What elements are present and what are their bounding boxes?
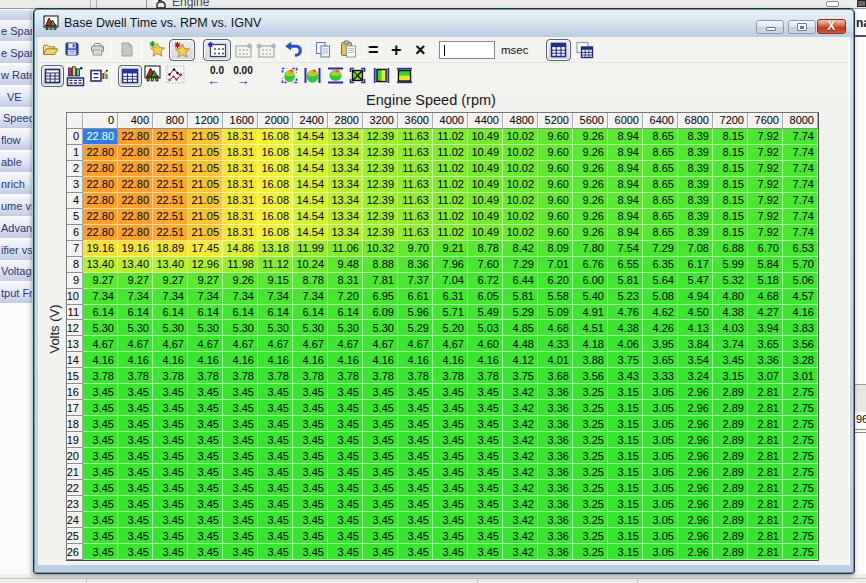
table-cell[interactable]: 7.37 (398, 273, 433, 289)
table-cell[interactable]: 10.02 (503, 209, 538, 225)
table-cell[interactable]: 9.27 (153, 273, 188, 289)
table-cell[interactable]: 3.45 (433, 496, 468, 512)
table-cell[interactable]: 2.81 (748, 448, 783, 464)
table-cell[interactable]: 3.45 (398, 528, 433, 544)
table-cell[interactable]: 8.15 (713, 209, 748, 225)
table-cell[interactable]: 19.16 (118, 241, 153, 257)
table-cell[interactable]: 6.14 (83, 305, 118, 321)
table-cell[interactable]: 3.45 (433, 448, 468, 464)
table-cell[interactable]: 3.78 (258, 368, 293, 384)
table-cell[interactable]: 2.96 (678, 512, 713, 528)
table-cell[interactable]: 3.45 (328, 400, 363, 416)
new-table-curve-button-active[interactable] (169, 39, 195, 61)
table-cell[interactable]: 3.45 (83, 400, 118, 416)
table-cell[interactable]: 9.60 (538, 193, 573, 209)
table-cell[interactable]: 7.29 (503, 257, 538, 273)
horizontal-split-icon[interactable] (396, 67, 413, 84)
table-cell[interactable]: 3.45 (293, 464, 328, 480)
table-cell[interactable]: 3.36 (538, 400, 573, 416)
table-cell[interactable]: 3.45 (293, 400, 328, 416)
table-cell[interactable]: 3.45 (83, 528, 118, 544)
table-cell[interactable]: 3.15 (608, 480, 643, 496)
table-cell[interactable]: 6.88 (713, 241, 748, 257)
table-cell[interactable]: 3.36 (538, 544, 573, 560)
table-cell[interactable]: 3.45 (293, 496, 328, 512)
table-cell[interactable]: 3.45 (468, 432, 503, 448)
table-cell[interactable]: 3.94 (748, 320, 783, 336)
table-cell[interactable]: 7.20 (328, 289, 363, 305)
table-cell[interactable]: 2.96 (678, 400, 713, 416)
table-cell[interactable]: 3.65 (748, 336, 783, 352)
table-cell[interactable]: 3.45 (363, 448, 398, 464)
row-header[interactable]: 24 (67, 512, 84, 528)
table-cell[interactable]: 2.89 (713, 480, 748, 496)
table-cell[interactable]: 3.45 (258, 400, 293, 416)
table-cell[interactable]: 4.13 (678, 320, 713, 336)
table-cell[interactable]: 12.39 (363, 209, 398, 225)
table-cell[interactable]: 2.75 (783, 496, 818, 512)
table-cell[interactable]: 5.20 (433, 320, 468, 336)
table-cell[interactable]: 4.16 (468, 352, 503, 368)
table-cell[interactable]: 11.02 (433, 193, 468, 209)
table-cell[interactable]: 13.34 (328, 129, 363, 145)
table-cell[interactable]: 11.63 (398, 129, 433, 145)
table-cell[interactable]: 4.67 (153, 336, 188, 352)
background-menu-item[interactable]: nrich (0, 173, 32, 194)
table-cell[interactable]: 4.16 (258, 352, 293, 368)
table-cell[interactable]: 3.45 (713, 352, 748, 368)
table-cell[interactable]: 10.49 (468, 145, 503, 161)
add-button[interactable]: + (391, 41, 402, 60)
paste-disabled-icon[interactable] (119, 41, 134, 58)
table-cell[interactable]: 3.42 (503, 416, 538, 432)
table-cell[interactable]: 3.45 (223, 448, 258, 464)
table-cell[interactable]: 3.45 (83, 448, 118, 464)
table-cell[interactable]: 14.54 (293, 193, 328, 209)
table-cell[interactable]: 12.39 (363, 193, 398, 209)
table-cell[interactable]: 21.05 (188, 209, 223, 225)
table-cell[interactable]: 4.16 (363, 352, 398, 368)
table-cell[interactable]: 3.83 (783, 320, 818, 336)
table-cell[interactable]: 7.74 (783, 145, 818, 161)
row-header[interactable]: 19 (67, 432, 84, 448)
table-cell[interactable]: 3.45 (83, 416, 118, 432)
table-cell[interactable]: 7.54 (608, 241, 643, 257)
table-cell[interactable]: 5.81 (503, 289, 538, 305)
row-header[interactable]: 3 (67, 177, 84, 193)
table-cell[interactable]: 3.45 (433, 416, 468, 432)
table-cell[interactable]: 2.75 (783, 448, 818, 464)
table-cell[interactable]: 4.12 (503, 352, 538, 368)
table-cell[interactable]: 3.45 (118, 496, 153, 512)
table-cell[interactable]: 3.45 (398, 384, 433, 400)
table-cell[interactable]: 13.40 (153, 257, 188, 273)
table-cell[interactable]: 3.45 (293, 512, 328, 528)
row-header[interactable]: 16 (67, 384, 84, 400)
table-cell[interactable]: 5.70 (783, 257, 818, 273)
column-header[interactable]: 2800 (328, 113, 363, 129)
table-cell[interactable]: 12.39 (363, 177, 398, 193)
table-cell[interactable]: 2.89 (713, 512, 748, 528)
set-equal-button[interactable]: = (368, 41, 379, 60)
row-header[interactable]: 1 (67, 145, 84, 161)
table-cell[interactable]: 9.26 (573, 225, 608, 241)
table-cell[interactable]: 3.43 (608, 368, 643, 384)
table-cell[interactable]: 14.54 (293, 209, 328, 225)
table-cell[interactable]: 9.26 (573, 177, 608, 193)
column-header[interactable]: 1200 (188, 113, 223, 129)
table-cell[interactable]: 3.45 (363, 496, 398, 512)
table-cell[interactable]: 2.81 (748, 432, 783, 448)
table-cell[interactable]: 2.96 (678, 544, 713, 560)
table-cell[interactable]: 7.92 (748, 177, 783, 193)
table-cell[interactable]: 3.15 (608, 448, 643, 464)
table-cell[interactable]: 22.51 (153, 161, 188, 177)
table-cell[interactable]: 3.45 (188, 448, 223, 464)
table-cell[interactable]: 10.49 (468, 193, 503, 209)
table-cell[interactable]: 3.78 (293, 368, 328, 384)
table-cell[interactable]: 21.05 (188, 145, 223, 161)
table-cell[interactable]: 3.45 (258, 528, 293, 544)
table-cell[interactable]: 9.26 (573, 209, 608, 225)
table-cell[interactable]: 4.80 (713, 289, 748, 305)
column-header[interactable]: 6800 (678, 113, 713, 129)
table-cell[interactable]: 3.45 (118, 480, 153, 496)
table-cell[interactable]: 7.92 (748, 209, 783, 225)
row-header[interactable]: 17 (67, 400, 84, 416)
